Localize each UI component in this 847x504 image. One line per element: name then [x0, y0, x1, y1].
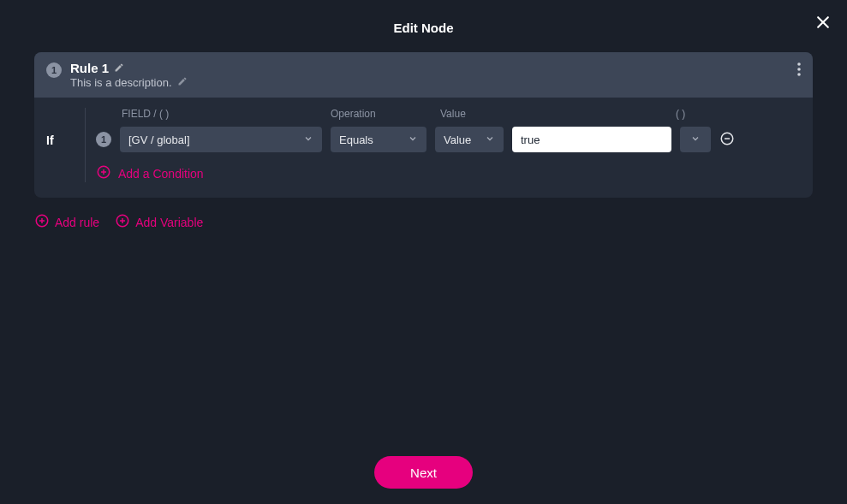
plus-circle-icon	[115, 213, 130, 231]
plus-circle-icon	[96, 164, 111, 182]
bottom-actions: Add rule Add Variable	[34, 213, 813, 231]
remove-condition-button[interactable]	[719, 131, 735, 149]
field-select-value: [GV / global]	[128, 133, 190, 146]
chevron-down-icon	[485, 133, 495, 146]
minus-circle-icon	[719, 131, 735, 149]
add-condition-label: Add a Condition	[118, 167, 204, 181]
edit-title-button[interactable]	[114, 61, 124, 75]
rule-number-badge: 1	[46, 62, 62, 78]
header-value: Value	[440, 108, 676, 120]
column-headers: FIELD / ( ) Operation Value ( )	[96, 108, 801, 120]
svg-point-4	[797, 73, 801, 76]
rule-card: 1 Rule 1 This is a description.	[34, 52, 813, 198]
close-button[interactable]	[814, 14, 832, 33]
if-label: If	[46, 108, 86, 182]
rule-menu-button[interactable]	[797, 62, 801, 79]
add-rule-button[interactable]: Add rule	[34, 213, 99, 231]
conditions-column: FIELD / ( ) Operation Value ( ) 1 [GV / …	[86, 108, 801, 182]
paren-select[interactable]	[680, 127, 711, 152]
svg-point-3	[797, 68, 801, 71]
modal-title: Edit Node	[34, 21, 813, 35]
kebab-icon	[797, 65, 801, 79]
add-rule-label: Add rule	[55, 216, 99, 229]
operation-select-value: Equals	[339, 133, 373, 146]
rule-title-text: Rule 1	[70, 61, 109, 75]
field-select[interactable]: [GV / global]	[120, 127, 322, 152]
chevron-down-icon	[408, 133, 418, 146]
chevron-down-icon	[690, 133, 701, 146]
value-type-select[interactable]: Value	[435, 127, 504, 152]
condition-row: 1 [GV / global] Equals V	[96, 127, 801, 152]
add-variable-button[interactable]: Add Variable	[115, 213, 203, 231]
rule-description-text: This is a description.	[70, 76, 172, 89]
rule-header: 1 Rule 1 This is a description.	[34, 52, 813, 98]
value-type-select-value: Value	[444, 133, 471, 146]
add-variable-label: Add Variable	[135, 216, 203, 229]
edit-description-button[interactable]	[177, 76, 188, 89]
add-condition-button[interactable]: Add a Condition	[96, 164, 801, 182]
rule-description-row: This is a description.	[70, 76, 188, 89]
chevron-down-icon	[303, 133, 313, 146]
condition-number-badge: 1	[96, 132, 111, 147]
rule-title-row: Rule 1	[70, 61, 188, 75]
header-operation: Operation	[331, 108, 440, 120]
header-field: FIELD / ( )	[122, 108, 331, 120]
header-paren: ( )	[676, 108, 710, 120]
operation-select[interactable]: Equals	[331, 127, 426, 152]
svg-point-2	[797, 62, 801, 66]
close-icon	[814, 20, 832, 33]
next-button[interactable]: Next	[374, 456, 473, 489]
value-input[interactable]	[512, 127, 671, 152]
rule-title-wrap: Rule 1 This is a description.	[70, 61, 188, 89]
rule-body: If FIELD / ( ) Operation Value ( ) 1 [GV…	[34, 98, 813, 198]
edit-node-modal: Edit Node 1 Rule 1 This is a description…	[0, 0, 847, 504]
plus-circle-icon	[34, 213, 50, 231]
modal-footer: Next	[0, 456, 847, 489]
